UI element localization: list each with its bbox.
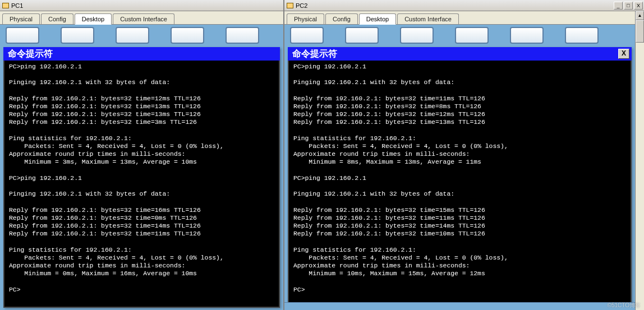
desktop-app-icon[interactable] bbox=[290, 27, 324, 44]
scroll-up-icon[interactable]: ▲ bbox=[636, 11, 644, 20]
pc1-desktop: 命令提示符 PC>ping 192.160.2.1 Pinging 192.16… bbox=[0, 25, 283, 310]
pc1-terminal-output[interactable]: PC>ping 192.160.2.1 Pinging 192.160.2.1 … bbox=[3, 61, 280, 308]
command-prompt-title: 命令提示符 bbox=[8, 48, 53, 60]
desktop-app-icon[interactable] bbox=[226, 27, 259, 44]
desktop-app-icon[interactable] bbox=[171, 27, 204, 44]
desktop-bottom-strip bbox=[284, 302, 644, 310]
pc-icon bbox=[2, 3, 9, 8]
pc2-command-prompt: 命令提示符 X PC>ping 192.160.2.1 Pinging 192.… bbox=[288, 47, 632, 308]
desktop-app-icon[interactable] bbox=[116, 27, 149, 44]
pc1-command-prompt: 命令提示符 PC>ping 192.160.2.1 Pinging 192.16… bbox=[3, 47, 280, 308]
pc2-title: PC2 bbox=[296, 2, 307, 9]
desktop-app-icon[interactable] bbox=[6, 27, 39, 44]
pc2-titlebar[interactable]: PC2 _ □ X bbox=[284, 0, 644, 11]
pc1-titlebar[interactable]: PC1 bbox=[0, 0, 283, 11]
desktop-app-icon[interactable] bbox=[400, 27, 434, 44]
command-prompt-titlebar[interactable]: 命令提示符 bbox=[3, 47, 280, 61]
desktop-app-icon[interactable] bbox=[565, 27, 599, 44]
minimize-button[interactable]: _ bbox=[614, 2, 623, 10]
tab-config[interactable]: Config bbox=[325, 13, 358, 24]
desktop-app-icon[interactable] bbox=[345, 27, 379, 44]
tab-desktop[interactable]: Desktop bbox=[359, 13, 396, 25]
watermark: ©51CTO博客 bbox=[608, 302, 641, 309]
tab-custom-interface[interactable]: Custom Interface bbox=[397, 13, 459, 24]
close-button[interactable]: X bbox=[634, 2, 643, 10]
tab-desktop[interactable]: Desktop bbox=[75, 13, 112, 25]
tab-config[interactable]: Config bbox=[41, 13, 73, 24]
pc2-terminal-output[interactable]: PC>ping 192.160.2.1 Pinging 192.160.2.1 … bbox=[288, 61, 632, 308]
pc2-tabs: Physical Config Desktop Custom Interface bbox=[284, 11, 644, 25]
desktop-app-icon[interactable] bbox=[61, 27, 94, 44]
tab-physical[interactable]: Physical bbox=[287, 13, 324, 24]
scroll-thumb[interactable] bbox=[636, 20, 644, 43]
desktop-app-icon[interactable] bbox=[455, 27, 489, 44]
pc-icon bbox=[287, 3, 293, 8]
pc2-desktop: 命令提示符 X PC>ping 192.160.2.1 Pinging 192.… bbox=[284, 25, 644, 310]
command-prompt-close-button[interactable]: X bbox=[618, 49, 629, 59]
pc2-window: PC2 _ □ X Physical Config Desktop Custom… bbox=[283, 0, 644, 310]
pc1-tabs: Physical Config Desktop Custom Interface bbox=[0, 11, 283, 25]
window-scrollbar[interactable]: ▲ bbox=[635, 11, 644, 310]
pc2-desktop-icons bbox=[284, 27, 642, 46]
tab-physical[interactable]: Physical bbox=[2, 13, 40, 24]
maximize-button[interactable]: □ bbox=[624, 2, 633, 10]
pc1-desktop-icons bbox=[0, 27, 281, 46]
command-prompt-title: 命令提示符 bbox=[292, 48, 337, 60]
command-prompt-titlebar[interactable]: 命令提示符 X bbox=[288, 47, 632, 61]
desktop-app-icon[interactable] bbox=[510, 27, 544, 44]
pc1-window: PC1 Physical Config Desktop Custom Inter… bbox=[0, 0, 283, 310]
pc1-title: PC1 bbox=[11, 2, 23, 9]
tab-custom-interface[interactable]: Custom Interface bbox=[113, 13, 174, 24]
